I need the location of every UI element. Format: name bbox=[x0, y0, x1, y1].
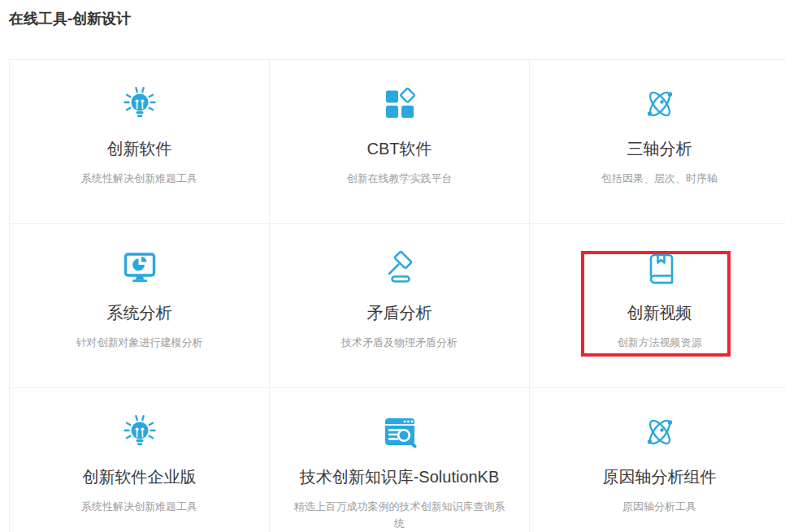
tool-card-title: CBT软件 bbox=[367, 137, 432, 160]
tool-card-title: 创新软件企业版 bbox=[83, 465, 197, 488]
book-icon bbox=[640, 249, 679, 288]
tool-card-desc: 技术矛盾及物理矛盾分析 bbox=[341, 334, 458, 351]
tool-card[interactable]: 系统分析 针对创新对象进行建模分析 bbox=[10, 224, 270, 388]
tool-card-title: 技术创新知识库-SolutionKB bbox=[300, 465, 500, 488]
squares-icon bbox=[380, 84, 419, 123]
gavel-icon bbox=[380, 249, 419, 288]
tool-card-desc: 系统性解决创新难题工具 bbox=[81, 498, 197, 515]
tool-card[interactable]: 三轴分析 包括因果、层次、时序轴 bbox=[530, 60, 785, 224]
tool-card-desc: 创新方法视频资源 bbox=[618, 334, 702, 351]
tool-card[interactable]: 创新软件 系统性解决创新难题工具 bbox=[10, 60, 270, 224]
browser-search-icon bbox=[380, 413, 419, 452]
tool-card-desc: 精选上百万成功案例的技术创新知识库查询系统 bbox=[292, 498, 508, 532]
monitor-chart-icon bbox=[120, 249, 159, 288]
tool-card-title: 系统分析 bbox=[107, 301, 172, 324]
tool-card-title: 矛盾分析 bbox=[367, 301, 432, 324]
tool-card-desc: 包括因果、层次、时序轴 bbox=[601, 170, 718, 187]
tool-card-title: 三轴分析 bbox=[627, 137, 692, 160]
atom-icon bbox=[640, 413, 679, 452]
tool-card-desc: 原因轴分析工具 bbox=[622, 498, 696, 515]
bulb-icon bbox=[120, 84, 159, 123]
tool-card[interactable]: 技术创新知识库-SolutionKB 精选上百万成功案例的技术创新知识库查询系统 bbox=[270, 388, 530, 532]
tool-card-desc: 针对创新对象进行建模分析 bbox=[76, 334, 203, 351]
tool-card-title: 原因轴分析组件 bbox=[603, 465, 717, 488]
tool-card[interactable]: 创新视频 创新方法视频资源 bbox=[530, 224, 785, 388]
tool-card[interactable]: 矛盾分析 技术矛盾及物理矛盾分析 bbox=[270, 224, 530, 388]
atom-icon bbox=[640, 84, 679, 123]
tool-card[interactable]: 创新软件企业版 系统性解决创新难题工具 bbox=[10, 388, 270, 532]
tool-grid: 创新软件 系统性解决创新难题工具 CBT软件 创新在线教学实践平台 三轴分析 包… bbox=[9, 59, 785, 532]
bulb-icon bbox=[120, 413, 159, 452]
tool-card-desc: 创新在线教学实践平台 bbox=[347, 170, 453, 187]
tool-card-desc: 系统性解决创新难题工具 bbox=[81, 170, 197, 187]
page-title: 在线工具-创新设计 bbox=[9, 9, 131, 28]
tool-card-title: 创新软件 bbox=[107, 137, 172, 160]
tool-card[interactable]: 原因轴分析组件 原因轴分析工具 bbox=[530, 388, 785, 532]
tool-card[interactable]: CBT软件 创新在线教学实践平台 bbox=[270, 60, 530, 224]
tool-card-title: 创新视频 bbox=[627, 301, 692, 324]
